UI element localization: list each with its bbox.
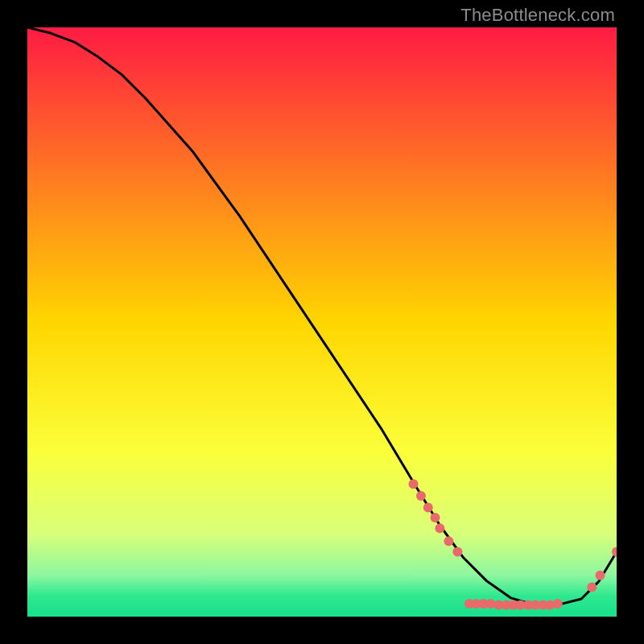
marker-dot bbox=[553, 599, 563, 609]
marker-dot bbox=[596, 571, 605, 580]
marker-dot bbox=[435, 523, 444, 533]
chart-plot bbox=[27, 27, 617, 617]
marker-dot bbox=[416, 491, 426, 501]
chart-frame: TheBottleneck.com bbox=[0, 0, 644, 644]
marker-dot bbox=[423, 503, 433, 513]
marker-dot bbox=[587, 582, 597, 592]
marker-dot bbox=[444, 536, 453, 546]
marker-dot bbox=[485, 599, 495, 609]
marker-dot bbox=[452, 547, 462, 557]
chart-background bbox=[27, 27, 617, 617]
watermark-label: TheBottleneck.com bbox=[460, 5, 615, 26]
marker-dot bbox=[409, 479, 419, 489]
marker-dot bbox=[431, 513, 440, 522]
